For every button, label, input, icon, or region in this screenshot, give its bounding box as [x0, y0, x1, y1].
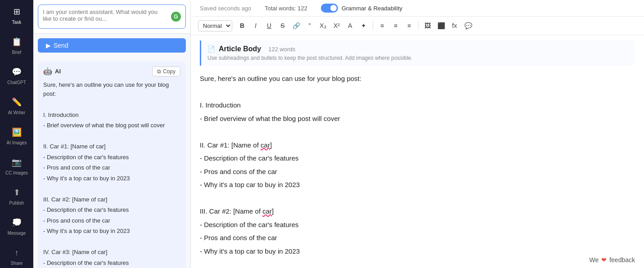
- content-section-2-item-1: - Description of the car's features: [200, 152, 635, 164]
- content-section-2-head: II. Car #1: [Name of car]: [200, 139, 635, 151]
- word-count-label: Total words:: [265, 5, 296, 12]
- toolbar-divider-2: [418, 21, 419, 30]
- share-icon: ↑: [10, 246, 23, 259]
- highlight-button[interactable]: ✦: [357, 19, 370, 32]
- content-section-3-item-1: - Description of the car's features: [200, 219, 635, 231]
- copy-button[interactable]: ⧉ Copy: [152, 67, 180, 76]
- word-count-value: 122: [297, 5, 307, 12]
- sidebar-item-task[interactable]: ⊞ Task: [0, 0, 33, 30]
- sidebar-item-chatgpt[interactable]: 💬 ChatGPT: [0, 60, 33, 90]
- grammar-toggle-switch[interactable]: [321, 4, 338, 13]
- content-blank-2: [200, 126, 635, 138]
- ai-line-5: II. Car #1: [Name of car]: [43, 142, 180, 151]
- article-section-desc: Use subheadings and bullets to keep the …: [207, 55, 629, 61]
- content-blank-3: [200, 192, 635, 204]
- grammar-toggle-area: Grammar & Readability: [321, 4, 402, 13]
- copy-icon: ⧉: [157, 68, 161, 75]
- ai-line-14: [43, 237, 180, 246]
- article-section-icon: 📄: [207, 45, 215, 53]
- sidebar-item-publish[interactable]: ⬆ Publish: [0, 181, 33, 211]
- sidebar-item-cc-images[interactable]: 📷 CC Images: [0, 151, 33, 181]
- content-section-3-item-3: - Why it's a top car to buy in 2023: [200, 246, 635, 257]
- sidebar-label-brief: Brief: [12, 50, 22, 55]
- send-icon: ▶: [46, 42, 51, 49]
- sidebar-item-ai-writer[interactable]: ✏️ AI Writer: [0, 90, 33, 121]
- ai-line-1: [43, 100, 180, 109]
- image-button[interactable]: 🖼: [421, 19, 434, 32]
- subscript-button[interactable]: X₂: [317, 19, 329, 32]
- ai-line-15: IV. Car #3: [Name of car]: [43, 248, 180, 257]
- font-color-button[interactable]: A: [344, 19, 356, 32]
- content-blank-4: [200, 259, 635, 268]
- article-section-title-row: 📄 Article Body 122 words: [207, 45, 629, 53]
- ai-line-9: [43, 184, 180, 193]
- article-section-title: Article Body: [219, 45, 261, 53]
- chat-input[interactable]: [43, 9, 167, 25]
- feedback-bar: We ❤ feedback: [589, 256, 635, 264]
- chat-input-box: G: [38, 4, 186, 29]
- cc-images-icon: 📷: [10, 156, 23, 169]
- align-button[interactable]: ≡: [403, 19, 415, 32]
- content-blank-1: [200, 86, 635, 98]
- editor-toolbar: Normal B I U S 🔗 " X₂ X² A ✦ ≡ ≡ ≡ 🖼 ⬛ f…: [191, 17, 644, 35]
- sidebar-item-brief[interactable]: 📋 Brief: [0, 30, 33, 60]
- comment-button[interactable]: 💬: [462, 19, 474, 32]
- ai-line-3: - Brief overview of what the blog post w…: [43, 121, 180, 130]
- saved-status: Saved seconds ago: [200, 5, 251, 12]
- feedback-link[interactable]: feedback: [609, 256, 635, 264]
- chat-messages: 🤖 AI ⧉ Copy Sure, here's an outline you …: [33, 57, 190, 268]
- format-select[interactable]: Normal: [198, 20, 232, 31]
- unordered-list-button[interactable]: ≡: [389, 19, 402, 32]
- publish-icon: ⬆: [10, 186, 23, 199]
- italic-button[interactable]: I: [249, 19, 262, 32]
- sidebar-label-share: Share: [11, 261, 23, 266]
- content-section-1-item-1: - Brief overview of what the blog post w…: [200, 113, 635, 125]
- sidebar-label-ai-images: AI Images: [6, 140, 27, 145]
- editor-wrapper: Sure, here's an outline you can use for …: [191, 66, 644, 268]
- link-button[interactable]: 🔗: [290, 19, 302, 32]
- sidebar-label-message: Message: [8, 231, 26, 236]
- ai-name: AI: [55, 67, 61, 76]
- chatgpt-icon: 💬: [10, 66, 23, 78]
- article-section-words: 122 words: [268, 46, 295, 53]
- copy-label: Copy: [163, 68, 176, 75]
- toolbar-divider-1: [373, 21, 373, 30]
- ordered-list-button[interactable]: ≡: [376, 19, 388, 32]
- editor-panel: Saved seconds ago Total words: 122 Gramm…: [191, 0, 644, 268]
- ai-line-13: - Why it's a top car to buy in 2023: [43, 227, 180, 236]
- sidebar-item-ai-images[interactable]: 🖼️ AI Images: [0, 121, 33, 151]
- table-button[interactable]: ⬛: [435, 19, 447, 32]
- ai-line-2: I. Introduction: [43, 111, 180, 120]
- ai-line-11: - Description of the car's features: [43, 205, 180, 214]
- article-section-header: 📄 Article Body 122 words Use subheadings…: [200, 40, 635, 66]
- strikethrough-button[interactable]: S: [276, 19, 289, 32]
- bold-button[interactable]: B: [236, 19, 248, 32]
- underline-button[interactable]: U: [263, 19, 275, 32]
- car-underline-2: car: [262, 207, 272, 215]
- message-icon: 💭: [10, 216, 23, 229]
- heart-icon: ❤: [601, 256, 607, 264]
- superscript-button[interactable]: X²: [330, 19, 343, 32]
- editor-content[interactable]: Sure, here's an outline you can use for …: [191, 66, 644, 268]
- ai-line-6: - Description of the car's features: [43, 153, 180, 162]
- sidebar-item-message[interactable]: 💭 Message: [0, 211, 33, 241]
- formula-button[interactable]: fx: [448, 19, 461, 32]
- ai-message: 🤖 AI ⧉ Copy Sure, here's an outline you …: [38, 62, 186, 268]
- content-section-3-head: III. Car #2: [Name of car]: [200, 205, 635, 217]
- sidebar-item-share[interactable]: ↑ Share: [0, 241, 33, 268]
- ai-line-7: - Pros and cons of the car: [43, 163, 180, 172]
- sidebar-label-task: Task: [12, 20, 22, 25]
- ai-line-8: - Why it's a top car to buy in 2023: [43, 174, 180, 183]
- ai-message-intro: Sure, here's an outline you can use for …: [43, 80, 180, 98]
- content-section-3-item-2: - Pros and cons of the car: [200, 232, 635, 244]
- sidebar-label-publish: Publish: [9, 201, 24, 205]
- word-count: Total words: 122: [265, 5, 307, 12]
- send-button[interactable]: ▶ Send: [38, 38, 186, 53]
- sidebar: ⊞ Task 📋 Brief 💬 ChatGPT ✏️ AI Writer 🖼️…: [0, 0, 33, 268]
- ai-line-16: - Description of the car's features: [43, 259, 180, 268]
- ai-line-10: III. Car #2: [Name of car]: [43, 195, 180, 204]
- chat-input-area: G: [33, 0, 190, 34]
- quote-button[interactable]: ": [303, 19, 316, 32]
- ai-message-header: 🤖 AI ⧉ Copy: [43, 66, 180, 77]
- content-section-2-item-3: - Why it's a top car to buy in 2023: [200, 179, 635, 191]
